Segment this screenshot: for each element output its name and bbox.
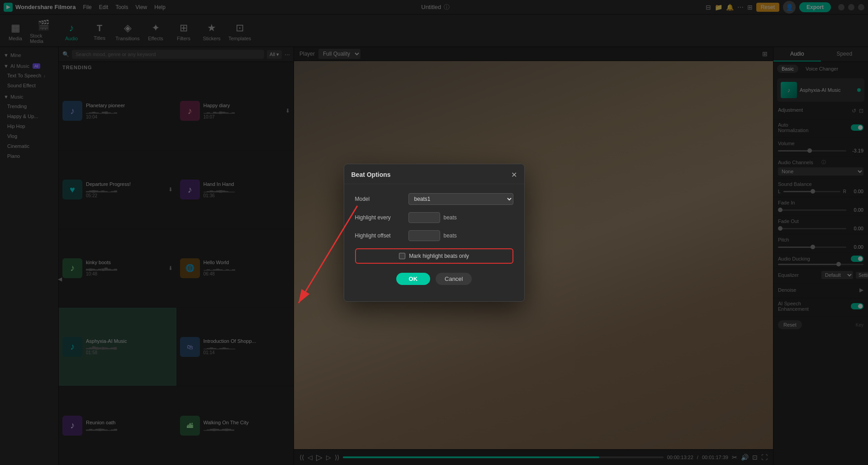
dialog-header: Beat Options ✕ [344, 164, 524, 184]
highlight-every-label: Highlight every [355, 214, 405, 221]
highlight-offset-label: Highlight offset [355, 232, 405, 239]
highlight-every-unit: beats [444, 214, 457, 221]
highlight-offset-unit: beats [444, 232, 457, 239]
beat-options-dialog: Beat Options ✕ Model beats1 Highlight ev… [344, 164, 525, 302]
dialog-title: Beat Options [351, 171, 391, 178]
highlight-offset-input[interactable]: 0 [408, 230, 440, 241]
dialog-close-button[interactable]: ✕ [511, 171, 517, 179]
highlight-every-input[interactable]: 4 [408, 212, 440, 223]
ok-button[interactable]: OK [396, 273, 431, 285]
model-label: Model [355, 196, 405, 202]
model-select[interactable]: beats1 [408, 193, 513, 205]
mark-highlight-row: Mark highlight beats only [355, 248, 513, 264]
mark-highlight-label: Mark highlight beats only [409, 253, 469, 259]
dialog-model-row: Model beats1 [355, 193, 513, 205]
dialog-overlay[interactable]: Beat Options ✕ Model beats1 Highlight ev… [0, 0, 868, 465]
cancel-button[interactable]: Cancel [436, 273, 472, 285]
highlight-offset-row: Highlight offset 0 beats [355, 230, 513, 241]
dialog-body: Model beats1 Highlight every 4 beats Hig… [344, 184, 524, 301]
highlight-every-row: Highlight every 4 beats [355, 212, 513, 223]
dialog-footer: OK Cancel [355, 271, 513, 292]
mark-highlight-checkbox[interactable] [399, 253, 405, 259]
